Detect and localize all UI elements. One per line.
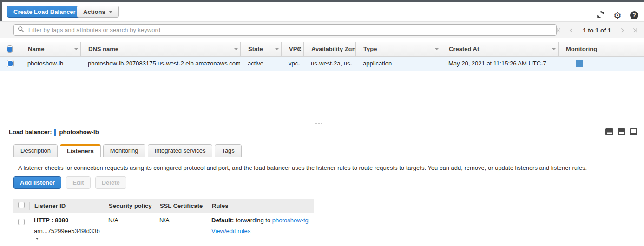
view-edit-rules-link[interactable]: View/edit rules xyxy=(211,227,250,234)
column-header-listener-id: Listener ID xyxy=(29,202,104,210)
sort-icon xyxy=(552,48,556,50)
console-nav-edge xyxy=(0,0,644,2)
pagination-label: 1 to 1 of 1 xyxy=(583,27,611,34)
column-header-state[interactable]: State xyxy=(240,42,281,56)
actions-dropdown-button[interactable]: Actions xyxy=(77,6,119,18)
divider-drag-handle[interactable] xyxy=(315,123,322,124)
tab-listeners[interactable]: Listeners xyxy=(60,144,101,157)
listener-default-rule: Default: forwarding to photoshow-tg xyxy=(211,217,309,224)
help-icon[interactable]: ? xyxy=(630,11,638,19)
column-header-rules: Rules xyxy=(207,202,314,210)
sort-icon xyxy=(349,48,353,50)
listeners-description: A listener checks for connection request… xyxy=(18,164,636,171)
layout-bottom-half-icon[interactable] xyxy=(618,128,625,136)
tab-monitoring[interactable]: Monitoring xyxy=(103,144,145,157)
refresh-icon[interactable] xyxy=(596,10,605,20)
layout-bottom-small-icon[interactable] xyxy=(605,128,613,136)
listeners-table-header: Listener ID Security policy SSL Certific… xyxy=(13,199,314,213)
search-icon xyxy=(18,26,24,34)
column-header-vpc[interactable]: VPC xyxy=(281,42,303,56)
column-header-availability-zones[interactable]: Availability Zon xyxy=(303,42,355,56)
listener-ssl-certificate: N/A xyxy=(155,213,207,246)
last-page-icon[interactable] xyxy=(632,27,638,33)
tab-tags[interactable]: Tags xyxy=(215,144,241,157)
column-header-monitoring[interactable]: Monitoring xyxy=(558,42,600,56)
listener-security-policy: N/A xyxy=(104,213,155,246)
chevron-down-icon xyxy=(109,11,112,13)
layout-full-icon[interactable] xyxy=(630,128,637,136)
tab-description[interactable]: Description xyxy=(13,144,58,157)
table-row[interactable]: photoshow-lb photoshow-lb-207083175.us-w… xyxy=(0,57,644,71)
listener-row[interactable]: HTTP : 8080 arn...75299ee5349fd33b N/A N… xyxy=(13,213,314,246)
actions-label: Actions xyxy=(83,8,105,15)
column-header-type[interactable]: Type xyxy=(355,42,441,56)
detail-label: Load balancer: xyxy=(9,129,52,136)
select-all-checkbox[interactable] xyxy=(0,42,20,56)
tab-integrated-services[interactable]: Integrated services xyxy=(148,144,213,157)
listener-select-all-checkbox[interactable] xyxy=(13,202,29,210)
column-header-filler xyxy=(600,42,644,56)
add-listener-button[interactable]: Add listener xyxy=(13,176,61,189)
filter-bar: 1 to 1 of 1 xyxy=(0,21,644,38)
lb-created-at-cell: May 20, 2021 at 11:15:26 AM UTC-7 xyxy=(441,57,558,71)
selected-lb-name: photoshow-lb xyxy=(59,129,99,136)
column-header-ssl-certificate: SSL Certificate xyxy=(155,202,207,210)
lb-filler-cell xyxy=(600,57,644,71)
column-header-created-at[interactable]: Created At xyxy=(441,42,558,56)
first-page-icon[interactable] xyxy=(555,27,562,33)
detail-panel-title: Load balancer: photoshow-lb xyxy=(9,129,99,136)
lb-az-cell: us-west-2a, us-... xyxy=(303,57,355,71)
lb-type-cell: application xyxy=(355,57,441,71)
tab-bar: Description Listeners Monitoring Integra… xyxy=(13,144,242,157)
listener-protocol-port: HTTP : 8080 xyxy=(34,217,99,224)
delete-listener-button[interactable]: Delete xyxy=(95,176,126,189)
search-box[interactable] xyxy=(13,24,557,36)
sort-icon xyxy=(275,48,279,50)
sort-icon xyxy=(435,48,439,50)
chevron-down-icon xyxy=(36,238,39,240)
edit-listener-button[interactable]: Edit xyxy=(66,176,91,189)
monitoring-thumbnail[interactable] xyxy=(576,60,583,67)
lb-state-cell: active xyxy=(240,57,281,71)
lb-table-header: Name DNS name State VPC Availability Zon… xyxy=(0,42,644,57)
target-group-link[interactable]: photoshow-tg xyxy=(272,217,309,224)
lb-name-cell: photoshow-lb xyxy=(20,57,80,71)
column-header-dns-name[interactable]: DNS name xyxy=(80,42,240,56)
sort-icon xyxy=(74,48,78,50)
previous-page-icon[interactable] xyxy=(568,27,573,33)
row-checkbox[interactable] xyxy=(0,57,20,71)
selection-marker xyxy=(54,129,56,136)
listeners-table: Listener ID Security policy SSL Certific… xyxy=(13,199,314,246)
next-page-icon[interactable] xyxy=(620,27,625,33)
lb-vpc-cell: vpc-... xyxy=(281,57,303,71)
gear-icon[interactable]: ⚙ xyxy=(613,11,622,20)
sort-icon xyxy=(297,48,301,50)
listener-arn-dropdown[interactable]: arn...75299ee5349fd33b xyxy=(34,227,99,241)
ec2-load-balancers-page: Create Load Balancer Actions ⚙ ? xyxy=(0,0,644,246)
column-header-security-policy: Security policy xyxy=(104,202,155,210)
lb-monitoring-cell xyxy=(558,57,600,71)
sort-icon xyxy=(234,48,238,50)
filter-input[interactable] xyxy=(27,26,552,34)
lb-dns-cell: photoshow-lb-207083175.us-west-2.elb.ama… xyxy=(80,57,240,71)
create-load-balancer-button[interactable]: Create Load Balancer xyxy=(7,6,82,18)
listener-row-checkbox[interactable] xyxy=(13,213,29,246)
panel-divider xyxy=(0,124,644,124)
window-edge xyxy=(0,0,2,21)
column-header-name[interactable]: Name xyxy=(20,42,80,56)
